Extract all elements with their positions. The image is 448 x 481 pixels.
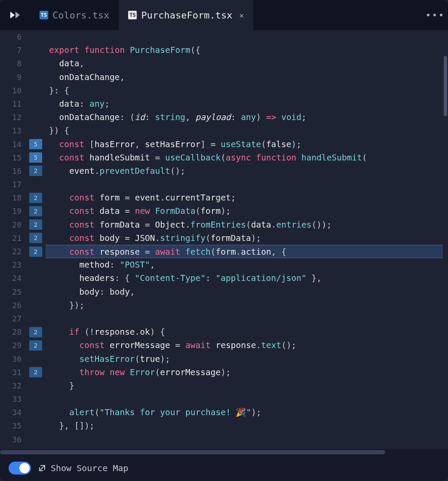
ts-icon: TS: [40, 11, 48, 19]
code-area[interactable]: export function PurchaseForm({ data, onD…: [46, 30, 443, 449]
tab-colors[interactable]: TS Colors.tsx: [30, 0, 119, 30]
close-icon[interactable]: ✕: [239, 11, 244, 20]
tab-label: PurchaseForm.tsx: [141, 10, 232, 21]
app-logo-icon: [0, 0, 30, 30]
ts-icon: TS: [128, 11, 137, 19]
statusbar: Show Source Map: [0, 455, 448, 481]
editor: 6789101112131415161718192021222324252627…: [0, 30, 448, 449]
more-menu-button[interactable]: •••: [422, 0, 448, 30]
scrollbar-vertical[interactable]: [443, 30, 448, 449]
scrollbar-thumb[interactable]: [444, 56, 447, 116]
source-map-label[interactable]: Show Source Map: [38, 463, 129, 473]
source-map-toggle[interactable]: [9, 462, 31, 475]
tabs: TS Colors.tsx TS PurchaseForm.tsx ✕: [30, 0, 422, 30]
hit-count-gutter: 55222222222: [26, 30, 46, 449]
toggle-knob: [19, 463, 30, 473]
tab-purchaseform[interactable]: TS PurchaseForm.tsx ✕: [119, 0, 253, 30]
titlebar: TS Colors.tsx TS PurchaseForm.tsx ✕ •••: [0, 0, 448, 30]
tab-label: Colors.tsx: [52, 10, 109, 21]
line-numbers: 6789101112131415161718192021222324252627…: [0, 30, 26, 449]
scrollbar-horizontal[interactable]: [0, 449, 448, 455]
external-link-icon: [38, 464, 46, 472]
scrollbar-thumb[interactable]: [0, 450, 385, 454]
